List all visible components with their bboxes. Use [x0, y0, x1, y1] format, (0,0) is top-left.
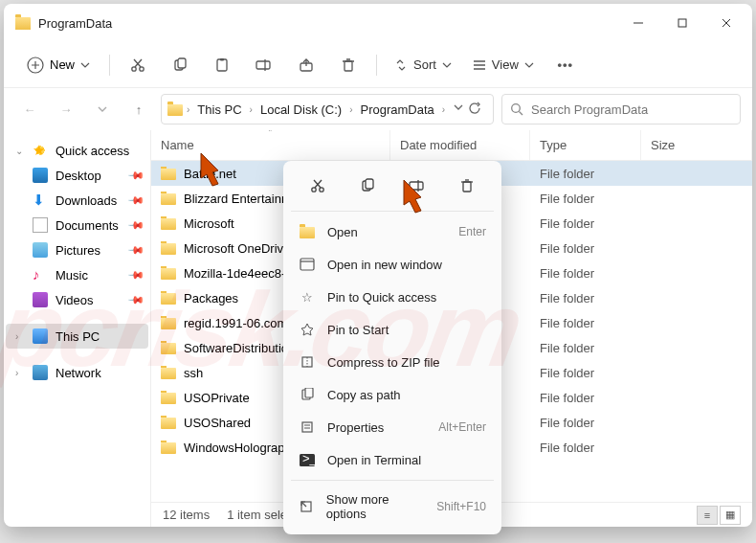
sidebar-item-network[interactable]: ›Network: [6, 360, 148, 385]
chevron-icon: ›: [187, 104, 189, 115]
close-button[interactable]: [704, 4, 748, 42]
ctx-copy-button[interactable]: [354, 172, 381, 199]
svg-rect-44: [302, 422, 312, 432]
sidebar: ⌄Quick access Desktop📌 Downloads📌 Docume…: [4, 130, 151, 527]
titlebar: ProgramData: [4, 4, 752, 42]
view-label: View: [492, 57, 519, 72]
view-icon: [473, 58, 486, 72]
sidebar-item-desktop[interactable]: Desktop📌: [6, 163, 148, 188]
pin-icon: 📌: [126, 240, 145, 259]
forward-button[interactable]: →: [52, 95, 80, 124]
pin-icon: 📌: [126, 290, 145, 308]
ctx-properties[interactable]: PropertiesAlt+Enter: [289, 411, 496, 443]
chevron-icon: ›: [250, 104, 253, 115]
breadcrumb[interactable]: This PC: [193, 101, 245, 119]
ctx-pin-quick[interactable]: ☆Pin to Quick access: [289, 281, 496, 313]
recent-button[interactable]: [88, 95, 117, 124]
terminal-icon: >_: [299, 451, 316, 468]
maximize-button[interactable]: [660, 4, 704, 42]
pin-icon: [299, 321, 316, 338]
file-name: Packages: [184, 291, 238, 305]
sidebar-item-documents[interactable]: Documents📌: [6, 213, 148, 238]
chevron-icon: ›: [349, 104, 352, 115]
svg-rect-12: [178, 58, 186, 68]
paste-button[interactable]: [204, 50, 240, 80]
ctx-more-options[interactable]: Show more optionsShift+F10: [289, 485, 496, 529]
column-date[interactable]: Date modified: [390, 130, 530, 160]
thumbnails-view-button[interactable]: ▦: [720, 506, 741, 525]
history-chevron-icon[interactable]: [453, 102, 464, 118]
sidebar-label: Downloads: [56, 193, 117, 208]
folder-icon: [161, 169, 176, 180]
column-size[interactable]: Size: [641, 130, 752, 160]
file-name: SoftwareDistribution: [184, 341, 295, 355]
cut-button[interactable]: [120, 50, 156, 80]
search-box[interactable]: [501, 94, 741, 124]
svg-rect-14: [220, 58, 224, 61]
file-type: File folder: [530, 167, 641, 181]
ctx-open-window[interactable]: Open in new window: [289, 248, 496, 281]
sidebar-label: Pictures: [56, 243, 100, 258]
new-label: New: [50, 57, 75, 72]
sidebar-item-pictures[interactable]: Pictures📌: [6, 238, 148, 262]
ctx-copy-path[interactable]: Copy as path: [289, 378, 496, 411]
separator: [291, 480, 494, 481]
refresh-button[interactable]: [468, 102, 481, 118]
expand-icon[interactable]: ›: [15, 331, 18, 342]
expand-icon[interactable]: ›: [15, 368, 18, 378]
chevron-down-icon: [524, 60, 534, 70]
pin-icon: 📌: [126, 191, 145, 209]
minimize-button[interactable]: [616, 4, 660, 42]
folder-icon: [161, 293, 176, 305]
sidebar-item-downloads[interactable]: Downloads📌: [6, 188, 148, 213]
rename-button[interactable]: [246, 50, 282, 80]
sidebar-item-quick-access[interactable]: ⌄Quick access: [6, 138, 148, 163]
breadcrumb[interactable]: ProgramData: [357, 101, 438, 119]
address-bar[interactable]: › This PC › Local Disk (C:) › ProgramDat…: [161, 94, 494, 124]
file-type: File folder: [530, 416, 641, 430]
up-button[interactable]: ↑: [124, 95, 153, 124]
folder-icon: [161, 193, 176, 205]
ctx-open[interactable]: OpenEnter: [289, 215, 496, 248]
column-type[interactable]: Type: [530, 130, 641, 160]
sidebar-item-music[interactable]: Music📌: [6, 262, 148, 287]
folder-icon: [161, 243, 176, 255]
folder-icon: [161, 218, 176, 230]
network-icon: [33, 365, 48, 380]
folder-icon: [161, 268, 176, 280]
address-actions: [453, 102, 487, 118]
ctx-pin-start[interactable]: Pin to Start: [289, 313, 496, 346]
view-button[interactable]: View: [465, 52, 542, 78]
ctx-terminal[interactable]: >_Open in Terminal: [289, 443, 496, 476]
svg-text:>_: >_: [302, 454, 315, 465]
separator: [6, 349, 148, 360]
copy-button[interactable]: [162, 50, 198, 80]
svg-rect-1: [678, 19, 686, 27]
search-input[interactable]: [531, 102, 732, 117]
details-view-button[interactable]: ≡: [697, 506, 718, 525]
folder-icon: [161, 318, 176, 329]
column-name[interactable]: ˄Name: [151, 130, 390, 160]
sidebar-item-this-pc[interactable]: ›This PC: [6, 324, 148, 349]
ctx-rename-button[interactable]: [404, 172, 431, 199]
ctx-delete-button[interactable]: [454, 172, 480, 199]
more-button[interactable]: •••: [547, 50, 584, 80]
svg-rect-43: [305, 388, 313, 397]
ctx-zip[interactable]: Compress to ZIP file: [289, 346, 496, 378]
file-type: File folder: [530, 291, 641, 305]
delete-button[interactable]: [330, 50, 367, 80]
collapse-icon[interactable]: ⌄: [15, 146, 23, 156]
breadcrumb[interactable]: Local Disk (C:): [256, 101, 345, 119]
new-button[interactable]: New: [17, 51, 100, 79]
window-icon: [299, 256, 316, 273]
sort-button[interactable]: Sort: [387, 52, 459, 78]
svg-point-28: [320, 188, 323, 192]
sort-label: Sort: [413, 57, 436, 72]
share-button[interactable]: [288, 50, 324, 80]
file-name: Battle.net: [184, 167, 236, 181]
pin-icon: 📌: [126, 215, 145, 234]
sidebar-item-videos[interactable]: Videos📌: [6, 287, 148, 312]
svg-line-26: [520, 112, 523, 116]
ctx-cut-button[interactable]: [304, 172, 331, 199]
back-button[interactable]: ←: [15, 95, 44, 124]
